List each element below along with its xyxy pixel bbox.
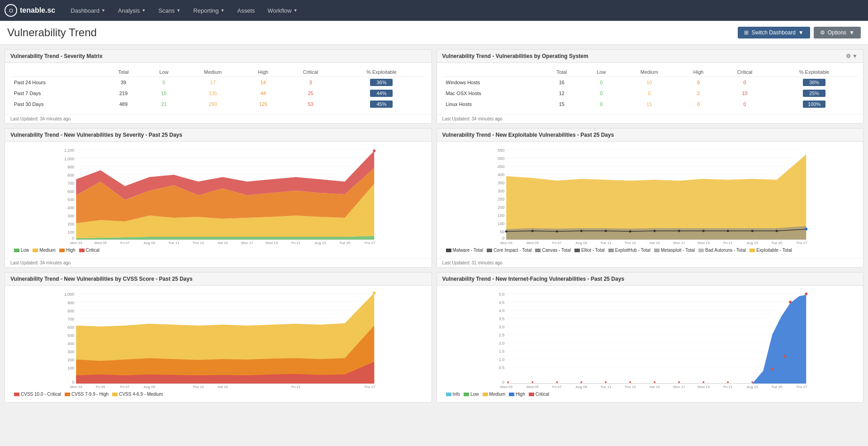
svg-text:Tue 11: Tue 11 <box>168 241 180 245</box>
row-low: 15 <box>144 88 183 99</box>
legend-critical: Critical <box>529 392 550 397</box>
svg-text:50: 50 <box>500 230 504 234</box>
switch-dashboard-button[interactable]: ⊞ Switch Dashboard ▼ <box>738 27 810 38</box>
svg-text:Sat 15: Sat 15 <box>649 241 660 245</box>
row-medium: 17 <box>183 77 242 88</box>
row-total: 15 <box>541 99 582 110</box>
row-total: 12 <box>541 88 582 99</box>
svg-text:Sat 15: Sat 15 <box>649 385 660 389</box>
legend-cvss-medium: CVSS 4-6.9 - Medium <box>112 392 163 397</box>
svg-text:200: 200 <box>498 205 504 210</box>
os-matrix-panel: Vulnerability Trend - Vulnerabilities by… <box>436 49 864 124</box>
options-button[interactable]: ⚙ Options ▼ <box>814 27 861 38</box>
cvss-chart-svg: 1,000 900 800 700 600 500 400 300 200 10… <box>9 289 428 389</box>
chevron-icon: ▼ <box>101 8 105 13</box>
nav-analysis[interactable]: Analysis ▼ <box>112 0 152 21</box>
svg-text:450: 450 <box>498 164 504 169</box>
chevron-icon: ▼ <box>221 8 225 13</box>
col-header-medium: Medium <box>183 67 242 77</box>
table-row: Past 24 Hours 39 5 17 14 3 36% <box>10 77 426 88</box>
svg-text:400: 400 <box>67 206 74 210</box>
col-header-high: High <box>242 67 284 77</box>
svg-point-70 <box>555 230 558 233</box>
svg-point-72 <box>604 230 607 232</box>
legend-canvas: Canvas - Total <box>535 248 571 253</box>
svg-text:Aug 23: Aug 23 <box>746 241 758 245</box>
row-medium: 15 <box>620 99 678 110</box>
col-header-total: Total <box>102 67 144 77</box>
svg-text:Tue 11: Tue 11 <box>600 241 611 245</box>
row-label: Past 24 Hours <box>10 77 102 88</box>
table-row: Mac OSX Hosts 12 0 0 2 10 25% <box>442 88 858 99</box>
row-total: 489 <box>102 99 144 110</box>
svg-text:Fri 07: Fri 07 <box>120 385 130 389</box>
nav-assets[interactable]: Assets <box>231 0 261 21</box>
col-header-medium: Medium <box>620 67 678 77</box>
chevron-icon: ▼ <box>294 8 298 13</box>
svg-text:Thu 13: Thu 13 <box>193 241 204 245</box>
svg-point-74 <box>653 230 655 232</box>
svg-text:500: 500 <box>67 197 74 202</box>
row-exploitable: 100% <box>771 99 858 110</box>
svg-text:Sat 15: Sat 15 <box>218 385 228 389</box>
svg-text:500: 500 <box>498 156 504 161</box>
row-critical: 3 <box>284 77 337 88</box>
svg-text:Tue 25: Tue 25 <box>771 385 782 389</box>
top-nav: ⬡ tenable.sc Dashboard ▼ Analysis ▼ Scan… <box>0 0 868 21</box>
svg-text:800: 800 <box>67 173 74 177</box>
svg-text:Aug 09: Aug 09 <box>144 241 156 245</box>
svg-text:1.0: 1.0 <box>498 357 504 362</box>
page-title: Vulnerability Trend <box>7 26 97 39</box>
svg-text:3.5: 3.5 <box>498 317 504 321</box>
legend-info: Info <box>446 392 460 397</box>
row-label: Windows Hosts <box>442 77 541 88</box>
legend-malware: Malware - Total <box>446 248 484 253</box>
exploitable-chart-footer: Last Updated: 31 minutes ago <box>437 258 863 267</box>
legend-low: Low <box>464 392 479 397</box>
nav-reporting[interactable]: Reporting ▼ <box>187 0 231 21</box>
nav-workflow[interactable]: Workflow ▼ <box>261 0 304 21</box>
svg-point-69 <box>531 230 533 232</box>
col-header-high: High <box>678 67 719 77</box>
os-matrix-gear-icon[interactable]: ⚙ ▼ <box>846 53 858 59</box>
nav-dashboard[interactable]: Dashboard ▼ <box>64 0 112 21</box>
svg-text:Fri 21: Fri 21 <box>723 241 733 245</box>
gear-icon: ⚙ <box>820 29 825 36</box>
logo-icon: ⬡ <box>5 4 17 17</box>
svg-text:Wed 05: Wed 05 <box>526 385 539 389</box>
svg-point-71 <box>580 230 582 232</box>
svg-text:Wed 19: Wed 19 <box>266 241 278 245</box>
svg-text:Wed 03: Wed 03 <box>500 385 512 389</box>
legend-metasploit: Metasploit - Total <box>654 248 695 253</box>
row-high: 6 <box>678 77 719 88</box>
svg-text:Fri 07: Fri 07 <box>552 241 562 245</box>
internet-chart-panel: Vulnerability Trend - New Internet-Facin… <box>436 272 864 403</box>
col-header-low: Low <box>582 67 620 77</box>
row-critical: 0 <box>719 77 771 88</box>
os-matrix-header: Vulnerability Trend - Vulnerabilities by… <box>437 50 863 63</box>
legend-cvss-critical-color <box>14 393 19 396</box>
legend-medium-color <box>33 249 38 252</box>
svg-text:300: 300 <box>67 350 74 354</box>
svg-text:100: 100 <box>67 230 74 235</box>
svg-text:Wed 05: Wed 05 <box>95 241 107 245</box>
row-high: 125 <box>242 99 284 110</box>
col-header-critical: Critical <box>284 67 337 77</box>
row-exploitable: 36% <box>337 77 426 88</box>
row-critical: 0 <box>719 99 771 110</box>
row-critical: 25 <box>284 88 337 99</box>
legend-critical-color <box>79 249 85 252</box>
svg-text:Tue 25: Tue 25 <box>339 241 351 245</box>
cvss-chart-panel: Vulnerability Trend - New Vulnerabilitie… <box>5 272 432 403</box>
svg-text:Thu 27: Thu 27 <box>796 241 807 245</box>
svg-text:100: 100 <box>498 221 504 226</box>
legend-cvss-high: CVSS 7-9.9 - High <box>65 392 109 397</box>
svg-point-160 <box>727 381 729 383</box>
svg-point-154 <box>580 381 582 383</box>
svg-text:100: 100 <box>67 366 74 370</box>
svg-text:200: 200 <box>67 222 74 226</box>
nav-scans[interactable]: Scans ▼ <box>152 0 187 21</box>
col-header-label <box>442 67 541 77</box>
legend-metasploit-color <box>654 249 659 252</box>
svg-point-165 <box>805 293 807 295</box>
